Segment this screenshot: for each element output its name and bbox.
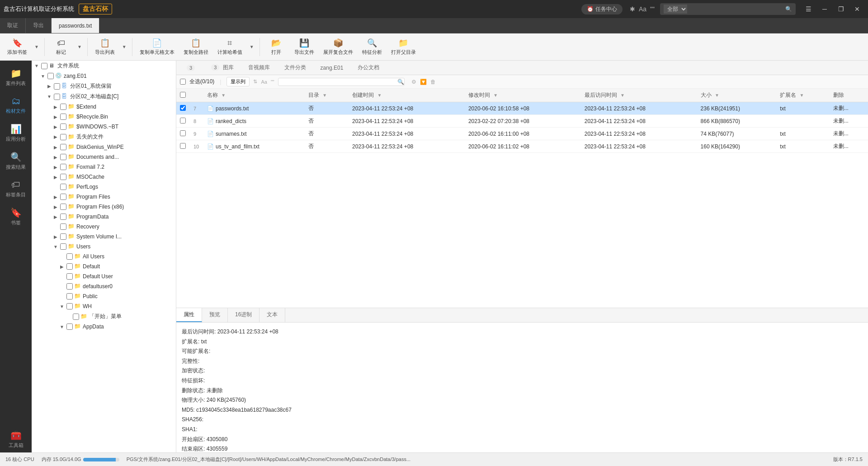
- close-button[interactable]: ✕: [850, 4, 864, 14]
- add-bookmark-button[interactable]: 🔖 添加书签: [4, 36, 31, 57]
- col-modified[interactable]: 修改时间 ▼: [465, 89, 581, 102]
- tree-item-recycle[interactable]: ▶ 📁 $Recycle.Bin: [32, 112, 176, 122]
- check-windows-bt[interactable]: [60, 124, 66, 130]
- filter-remove-icon[interactable]: 🗑: [430, 79, 436, 85]
- row-checkbox-2[interactable]: [180, 130, 186, 136]
- search-bar[interactable]: 全部 🔍: [660, 3, 796, 15]
- tree-item-programdata[interactable]: ▶ 📁 ProgramData: [32, 212, 176, 222]
- check-root[interactable]: [41, 63, 47, 69]
- file-search-icon[interactable]: 🔍: [397, 79, 404, 85]
- name-filter-icon[interactable]: ▼: [221, 93, 226, 98]
- tree-item-start-menu[interactable]: 📁 「开始」菜单: [32, 311, 176, 322]
- check-zang[interactable]: [47, 73, 54, 79]
- check-system-volume[interactable]: [60, 233, 66, 240]
- tree-item-default-user[interactable]: 📁 Default User: [32, 271, 176, 281]
- tree-item-all-users[interactable]: 📁 All Users: [32, 252, 176, 262]
- tree-item-zang[interactable]: ▼ 💿 zang.E01: [32, 71, 176, 81]
- copy-cell-button[interactable]: 📄 复制单元格文本: [136, 36, 178, 57]
- filter-settings-icon[interactable]: ⚙: [411, 79, 416, 85]
- row-checkbox-0[interactable]: [180, 105, 186, 111]
- feature-analysis-button[interactable]: 🔍 特征分析: [359, 36, 386, 57]
- tree-item-foxmail[interactable]: ▶ 📁 Foxmail 7.2: [32, 162, 176, 172]
- col-ext[interactable]: 扩展名 ▼: [776, 89, 830, 102]
- col-created[interactable]: 创建时间 ▼: [349, 89, 465, 102]
- sidebar-item-bookmark[interactable]: 🔖 书签: [0, 204, 32, 230]
- check-programdata[interactable]: [60, 214, 66, 220]
- check-appdata[interactable]: [66, 323, 73, 330]
- sidebar-item-search-result[interactable]: 🔍 搜索结果: [0, 148, 32, 174]
- check-docs[interactable]: [60, 154, 66, 160]
- table-row[interactable]: 10 📄us_tv_and_film.txt 否 2023-04-11 22:5…: [176, 140, 868, 153]
- display-cols-button[interactable]: 显示列: [226, 77, 250, 86]
- ext-filter-icon[interactable]: ▼: [800, 93, 804, 98]
- expand-foxmail[interactable]: ▶: [52, 164, 59, 170]
- col-size[interactable]: 大小 ▼: [697, 89, 777, 102]
- task-center-button[interactable]: ⏰ 任务中心: [581, 4, 623, 14]
- tree-item-wh[interactable]: ▼ 📁 WH: [32, 301, 176, 311]
- expand-program-files[interactable]: ▶: [52, 194, 59, 200]
- quote-icon[interactable]: "": [650, 5, 655, 13]
- table-row[interactable]: 8 📄ranked_dicts 否 2023-04-11 22:53:24 +0…: [176, 115, 868, 128]
- check-extend[interactable]: [60, 104, 66, 110]
- export-file-button[interactable]: 💾 导出文件: [291, 36, 318, 57]
- font-icon[interactable]: Aa: [639, 5, 646, 13]
- expand-lost[interactable]: ▶: [52, 134, 59, 140]
- tree-item-recovery[interactable]: 📁 Recovery: [32, 222, 176, 232]
- expand-appdata[interactable]: ▼: [59, 323, 65, 330]
- sidebar-item-case-list[interactable]: 📁 案件列表: [0, 64, 32, 90]
- add-bookmark-arrow[interactable]: ▼: [33, 43, 41, 50]
- check-recovery[interactable]: [60, 223, 66, 230]
- expand-public[interactable]: [59, 293, 65, 300]
- prop-tab-hex[interactable]: 16进制: [228, 308, 259, 322]
- expand-partition02[interactable]: ▼: [46, 94, 52, 100]
- mark-arrow[interactable]: ▼: [75, 43, 84, 50]
- tree-item-lost-files[interactable]: ▶ 📁 丢失的文件: [32, 132, 176, 142]
- col-accessed[interactable]: 最后访问时间 ▼: [581, 89, 697, 102]
- created-filter-icon[interactable]: ▼: [377, 93, 382, 98]
- col-deleted[interactable]: 删除: [830, 89, 868, 102]
- tree-item-partition01[interactable]: ▶ 🗄 分区01_系统保留: [32, 81, 176, 91]
- check-lost[interactable]: [60, 134, 66, 140]
- tree-item-system-volume[interactable]: ▶ 📁 System Volume I...: [32, 232, 176, 242]
- check-start-menu[interactable]: [73, 314, 79, 320]
- open-parent-button[interactable]: 📁 打开父目录: [387, 36, 420, 57]
- calc-hash-arrow[interactable]: ▼: [248, 43, 256, 50]
- expand-system-volume[interactable]: ▶: [52, 233, 59, 240]
- tree-item-docs[interactable]: ▶ 📁 Documents and...: [32, 152, 176, 162]
- wrap-icon[interactable]: "": [271, 79, 274, 85]
- tab-forensics[interactable]: 取证: [0, 18, 26, 33]
- menu-button[interactable]: ☰: [801, 4, 816, 14]
- tree-item-program-files-x86[interactable]: ▶ 📁 Program Files (x86): [32, 202, 176, 212]
- expand-all-users[interactable]: [59, 253, 65, 260]
- expand-zang[interactable]: ▼: [40, 73, 46, 79]
- thead-checkbox[interactable]: [180, 92, 186, 98]
- sidebar-item-toolbox[interactable]: 🧰 工具箱: [0, 426, 32, 452]
- restore-button[interactable]: ❐: [834, 4, 848, 14]
- search-scope-select[interactable]: 全部: [664, 5, 687, 14]
- expand-users[interactable]: ▼: [52, 243, 59, 250]
- expand-program-files-x86[interactable]: ▶: [52, 204, 59, 210]
- check-public[interactable]: [66, 293, 73, 300]
- check-partition01[interactable]: [54, 83, 60, 90]
- tab-passwords[interactable]: passwords.txt: [52, 18, 99, 33]
- copy-path-button[interactable]: 📋 复制全路径: [180, 36, 212, 57]
- check-default[interactable]: [66, 263, 73, 270]
- expand-docs[interactable]: ▶: [52, 154, 59, 160]
- check-msocache[interactable]: [60, 174, 66, 180]
- search-icon[interactable]: 🔍: [785, 6, 792, 12]
- col-name[interactable]: 名称 ▼: [203, 89, 305, 102]
- check-program-files[interactable]: [60, 194, 66, 200]
- asterisk-icon[interactable]: ✱: [630, 5, 635, 13]
- prop-tab-text[interactable]: 文本: [259, 308, 285, 322]
- row-checkbox-3[interactable]: [180, 143, 186, 149]
- open-button[interactable]: 📂 打开: [264, 36, 289, 57]
- expand-wh[interactable]: ▼: [59, 303, 65, 309]
- check-diskgenius[interactable]: [60, 144, 66, 150]
- tree-item-root[interactable]: ▼ 🖥 文件系统: [32, 61, 176, 71]
- expand-msocache[interactable]: ▶: [52, 174, 59, 180]
- expand-recycle[interactable]: ▶: [52, 114, 59, 120]
- check-defaultuser0[interactable]: [66, 283, 73, 290]
- tree-item-perflogs[interactable]: 📁 PerfLogs: [32, 182, 176, 192]
- font-size-icon[interactable]: Aa: [261, 79, 267, 85]
- expand-windows-bt[interactable]: ▶: [52, 124, 59, 130]
